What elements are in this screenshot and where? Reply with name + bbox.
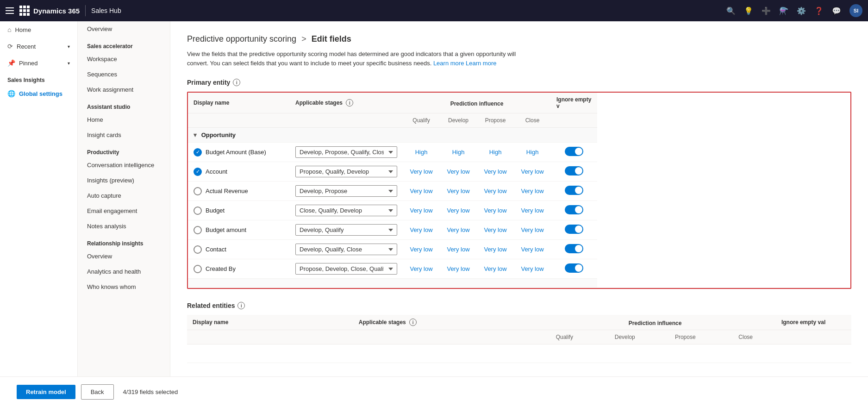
develop-influence[interactable]: Very low — [445, 207, 471, 214]
field-name: Account — [206, 168, 227, 175]
propose-influence[interactable]: Very low — [482, 246, 508, 253]
th-empty2 — [290, 113, 403, 128]
sidebar-overview2[interactable]: Overview — [78, 249, 170, 264]
close-influence[interactable]: Very low — [519, 226, 545, 233]
sidebar-email-engagement[interactable]: Email engagement — [78, 203, 170, 219]
sidebar-auto-capture[interactable]: Auto capture — [78, 188, 170, 203]
sidebar-notes-analysis[interactable]: Notes analysis — [78, 219, 170, 234]
sidebar-who-knows-whom[interactable]: Who knows whom — [78, 279, 170, 294]
th-ignore-empty: Ignore empty v — [551, 93, 597, 113]
row-checkbox[interactable] — [194, 245, 202, 254]
back-button[interactable]: Back — [81, 384, 114, 400]
learn-more-link2[interactable]: Learn more — [466, 60, 496, 67]
stages-info-icon[interactable]: i — [346, 99, 353, 106]
second-sidebar: Overview Sales accelerator Workspace Seq… — [78, 21, 170, 376]
learn-more-link[interactable]: Learn more — [433, 60, 464, 67]
fields-selected-count: 4/319 fields selected — [123, 388, 178, 395]
develop-influence[interactable]: Very low — [445, 226, 471, 233]
sidebar-conversation-intelligence[interactable]: Conversation intelligence — [78, 157, 170, 173]
bottom-bar: Retrain model Back 4/319 fields selected — [0, 376, 868, 407]
close-influence[interactable]: Very low — [519, 207, 545, 214]
develop-influence[interactable]: Very low — [445, 246, 471, 253]
close-influence[interactable]: Very low — [519, 246, 545, 253]
propose-influence[interactable]: Very low — [482, 188, 508, 194]
lightbulb-icon[interactable]: 💡 — [744, 6, 753, 15]
sidebar-item-pinned[interactable]: 📌 Pinned ▾ — [0, 55, 77, 71]
ignore-empty-toggle[interactable] — [565, 205, 583, 214]
retrain-model-button[interactable]: Retrain model — [17, 385, 75, 399]
search-icon[interactable]: 🔍 — [726, 6, 736, 15]
ignore-empty-toggle[interactable] — [565, 186, 583, 195]
close-influence[interactable]: Very low — [519, 188, 545, 194]
qualify-influence[interactable]: Very low — [408, 207, 434, 214]
table-row: ✓Budget Amount (Base)Develop, Propose, Q… — [188, 143, 850, 162]
filter-icon[interactable]: ⚗️ — [779, 6, 788, 15]
stages-select[interactable]: Develop, Qualify, Close — [295, 244, 397, 255]
develop-influence[interactable]: Very low — [445, 265, 471, 272]
ignore-empty-toggle[interactable] — [565, 166, 583, 175]
hub-name: Sales Hub — [91, 7, 121, 14]
propose-influence[interactable]: Very low — [482, 226, 508, 233]
qualify-influence[interactable]: High — [408, 149, 434, 156]
qualify-influence[interactable]: Very low — [408, 246, 434, 253]
ignore-empty-toggle[interactable] — [565, 263, 583, 273]
sidebar-work-assignment[interactable]: Work assignment — [78, 82, 170, 97]
related-entities-info-icon[interactable]: i — [237, 302, 245, 309]
settings-icon[interactable]: ⚙️ — [797, 6, 806, 15]
primary-entity-info-icon[interactable]: i — [233, 79, 240, 86]
qualify-influence[interactable]: Very low — [408, 168, 434, 175]
propose-influence[interactable]: High — [482, 149, 508, 156]
row-checkbox[interactable] — [194, 265, 202, 273]
close-influence[interactable]: Very low — [519, 265, 545, 272]
waffle-icon[interactable] — [19, 6, 30, 16]
stages-select[interactable]: Close, Qualify, Develop — [295, 205, 397, 216]
close-influence[interactable]: Very low — [519, 168, 545, 175]
develop-influence[interactable]: Very low — [445, 188, 471, 194]
add-icon[interactable]: ➕ — [762, 6, 771, 15]
table-row: ContactDevelop, Qualify, CloseVery lowVe… — [188, 240, 850, 259]
sidebar-item-home[interactable]: ⌂ Home — [0, 21, 77, 38]
develop-influence[interactable]: Very low — [445, 168, 471, 175]
re-stages-info-icon[interactable]: i — [409, 319, 417, 326]
propose-influence[interactable]: Very low — [482, 168, 508, 175]
ignore-empty-toggle[interactable] — [565, 244, 583, 253]
avatar[interactable]: SI — [849, 4, 862, 17]
sidebar-insight-cards[interactable]: Insight cards — [78, 127, 170, 143]
sidebar-insights-preview[interactable]: Insights (preview) — [78, 173, 170, 188]
sidebar-workspace[interactable]: Workspace — [78, 51, 170, 67]
qualify-influence[interactable]: Very low — [408, 188, 434, 194]
re-th-empty2 — [353, 330, 534, 344]
ignore-empty-toggle[interactable] — [565, 225, 583, 234]
close-influence[interactable]: High — [519, 149, 545, 156]
sidebar-home2[interactable]: Home — [78, 112, 170, 127]
stages-select[interactable]: Develop, Propose — [295, 185, 397, 197]
help-icon[interactable]: ❓ — [814, 6, 824, 15]
stages-select[interactable]: Develop, Propose, Qualify, Close — [295, 146, 397, 158]
stages-select[interactable]: Propose, Develop, Close, Qualify — [295, 263, 397, 275]
sidebar-item-recent[interactable]: ⟳ Recent ▾ — [0, 38, 77, 55]
sidebar-overview[interactable]: Overview — [78, 21, 170, 37]
row-checkbox[interactable] — [194, 187, 202, 195]
row-checkbox[interactable] — [194, 226, 202, 234]
related-entities-table-wrapper: Display name Applicable stages i Predict… — [187, 315, 851, 363]
chat-icon[interactable]: 💬 — [832, 6, 841, 15]
row-checkbox[interactable]: ✓ — [194, 168, 202, 176]
sidebar-sequences[interactable]: Sequences — [78, 67, 170, 82]
develop-influence[interactable]: High — [445, 149, 471, 156]
re-th-display-name: Display name — [187, 315, 353, 330]
qualify-influence[interactable]: Very low — [408, 226, 434, 233]
group-chevron[interactable]: ▾ — [194, 131, 197, 138]
stages-select[interactable]: Propose, Qualify, Develop — [295, 166, 397, 177]
stages-select[interactable]: Develop, Qualify — [295, 224, 397, 236]
field-name: Contact — [206, 246, 226, 253]
sidebar-analytics-health[interactable]: Analytics and health — [78, 264, 170, 279]
hamburger-menu[interactable] — [6, 7, 14, 14]
propose-influence[interactable]: Very low — [482, 207, 508, 214]
propose-influence[interactable]: Very low — [482, 265, 508, 272]
ignore-empty-toggle[interactable] — [565, 147, 583, 156]
row-checkbox[interactable]: ✓ — [194, 148, 202, 157]
sidebar-item-global-settings[interactable]: 🌐 Global settings — [0, 85, 77, 102]
th-display-name: Display name — [188, 93, 290, 113]
row-checkbox[interactable] — [194, 207, 202, 215]
qualify-influence[interactable]: Very low — [408, 265, 434, 272]
